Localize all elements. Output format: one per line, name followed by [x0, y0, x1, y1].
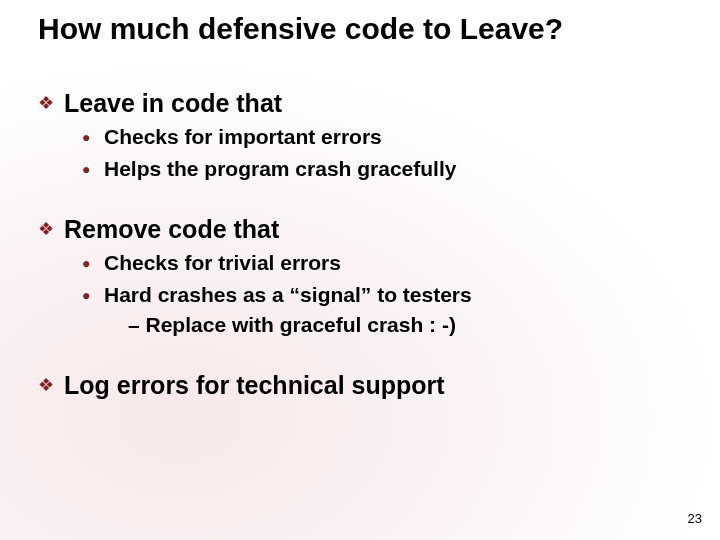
spacer [38, 338, 680, 356]
bullet-text: Hard crashes as a “signal” to testers [104, 282, 472, 308]
bullet-text: Checks for important errors [104, 124, 382, 150]
bullet-level3: – Replace with graceful crash : -) [128, 312, 680, 338]
bullet-text: Checks for trivial errors [104, 250, 341, 276]
bullet-level2: ● Helps the program crash gracefully [82, 156, 680, 182]
dot-icon: ● [82, 156, 104, 182]
dot-icon: ● [82, 250, 104, 276]
spacer [38, 182, 680, 200]
dot-icon: ● [82, 282, 104, 308]
bullet-level1: ❖ Remove code that [38, 214, 680, 244]
slide-title: How much defensive code to Leave? [38, 12, 690, 46]
section-heading: Log errors for technical support [64, 370, 445, 400]
section-heading: Leave in code that [64, 88, 282, 118]
diamond-icon: ❖ [38, 370, 64, 400]
bullet-level2: ● Hard crashes as a “signal” to testers [82, 282, 680, 308]
diamond-icon: ❖ [38, 88, 64, 118]
slide: How much defensive code to Leave? ❖ Leav… [0, 0, 720, 540]
bullet-level2: ● Checks for trivial errors [82, 250, 680, 276]
bullet-level1: ❖ Leave in code that [38, 88, 680, 118]
bullet-subtext: – Replace with graceful crash : -) [128, 312, 456, 338]
bullet-text: Helps the program crash gracefully [104, 156, 456, 182]
section-heading: Remove code that [64, 214, 279, 244]
dot-icon: ● [82, 124, 104, 150]
slide-body: ❖ Leave in code that ● Checks for import… [38, 74, 680, 404]
page-number: 23 [688, 511, 702, 526]
diamond-icon: ❖ [38, 214, 64, 244]
bullet-level2: ● Checks for important errors [82, 124, 680, 150]
bullet-level1: ❖ Log errors for technical support [38, 370, 680, 400]
